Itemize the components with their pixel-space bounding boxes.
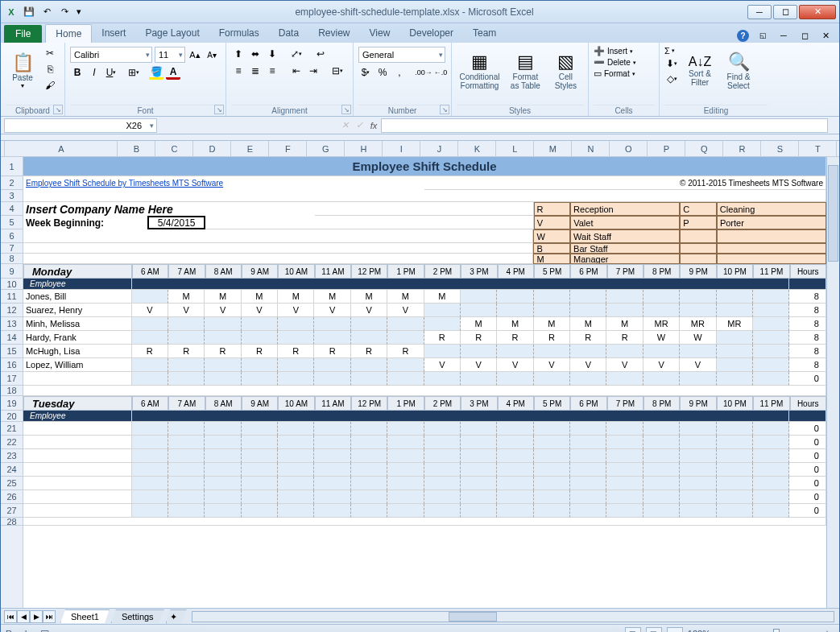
- sheet-nav-last[interactable]: ⏭: [43, 610, 56, 623]
- cell[interactable]: 2 PM: [424, 264, 461, 279]
- cell[interactable]: [606, 463, 643, 477]
- cell[interactable]: [387, 477, 424, 490]
- cell[interactable]: V: [497, 358, 533, 372]
- cell[interactable]: [606, 436, 643, 449]
- cell[interactable]: [424, 422, 461, 436]
- cell[interactable]: [534, 345, 570, 358]
- cell[interactable]: 8: [789, 358, 826, 372]
- cell[interactable]: [461, 304, 497, 317]
- cell[interactable]: [314, 317, 350, 331]
- macro-record-icon[interactable]: ▣: [38, 626, 52, 633]
- col-header-T[interactable]: T: [799, 141, 837, 156]
- cell[interactable]: [606, 372, 643, 386]
- zoom-level[interactable]: 100%: [688, 629, 710, 633]
- cell-styles-button[interactable]: ▧ Cell Styles: [548, 44, 583, 97]
- sort-filter-button[interactable]: A↓Z Sort & Filter: [682, 44, 718, 97]
- cell[interactable]: Manager: [570, 254, 680, 264]
- cell[interactable]: [643, 504, 680, 518]
- cell[interactable]: [132, 477, 168, 490]
- cell[interactable]: [23, 372, 132, 386]
- template-link[interactable]: Employee Shift Schedule by Timesheets MT…: [26, 179, 223, 188]
- cell[interactable]: R: [168, 345, 205, 358]
- sheet-nav-first[interactable]: ⏮: [4, 610, 17, 623]
- cell[interactable]: [23, 518, 826, 526]
- cell[interactable]: [132, 436, 168, 449]
- cell[interactable]: Suarez, Henry: [23, 304, 132, 317]
- zoom-out-button[interactable]: −: [715, 626, 730, 633]
- cell[interactable]: [168, 504, 205, 518]
- cell[interactable]: [497, 504, 533, 518]
- maximize-button[interactable]: ◻: [773, 5, 797, 19]
- cell[interactable]: [314, 504, 350, 518]
- cell[interactable]: [680, 490, 716, 504]
- cell[interactable]: [168, 331, 205, 345]
- cell[interactable]: R: [424, 331, 461, 345]
- cell[interactable]: [497, 372, 533, 386]
- cell[interactable]: [717, 477, 753, 490]
- wrap-text-icon[interactable]: ↩: [313, 47, 328, 61]
- row-header-21[interactable]: 21: [1, 422, 23, 436]
- cell[interactable]: [242, 449, 278, 463]
- cell[interactable]: M: [387, 290, 424, 304]
- cell[interactable]: R: [497, 331, 533, 345]
- cell[interactable]: [424, 490, 461, 504]
- cell[interactable]: V: [387, 304, 424, 317]
- cell[interactable]: [606, 304, 643, 317]
- cell[interactable]: [570, 304, 606, 317]
- cell[interactable]: V: [351, 304, 387, 317]
- cell[interactable]: [351, 463, 387, 477]
- cell[interactable]: M: [424, 290, 461, 304]
- cell[interactable]: [315, 202, 534, 216]
- cell[interactable]: [643, 463, 680, 477]
- cell[interactable]: Week Beginning:: [23, 216, 147, 229]
- cell[interactable]: [278, 477, 314, 490]
- cell[interactable]: Tuesday: [23, 396, 132, 411]
- clear-button[interactable]: ◇▾: [664, 72, 679, 86]
- cell[interactable]: [424, 372, 461, 386]
- cell[interactable]: [753, 304, 789, 317]
- cell[interactable]: MR: [717, 317, 753, 331]
- cell[interactable]: [497, 477, 533, 490]
- cell[interactable]: [132, 290, 168, 304]
- cell[interactable]: [168, 436, 205, 449]
- cell[interactable]: [461, 436, 497, 449]
- cell[interactable]: R: [242, 345, 278, 358]
- row-header-24[interactable]: 24: [1, 463, 23, 477]
- row-header-5[interactable]: 5: [1, 216, 23, 229]
- cell[interactable]: [570, 463, 606, 477]
- cell[interactable]: [680, 229, 717, 243]
- cell[interactable]: [387, 463, 424, 477]
- sheet-tab-sheet1[interactable]: Sheet1: [60, 609, 110, 623]
- bold-button[interactable]: B: [70, 65, 85, 80]
- cell[interactable]: 8: [789, 345, 826, 358]
- font-color-icon[interactable]: A: [166, 65, 180, 80]
- cell[interactable]: [23, 190, 826, 202]
- row-header-15[interactable]: 15: [1, 345, 23, 358]
- cell[interactable]: [680, 304, 716, 317]
- cell[interactable]: R: [534, 331, 570, 345]
- cell[interactable]: R: [314, 345, 350, 358]
- normal-view-button[interactable]: ▦: [625, 627, 641, 633]
- underline-button[interactable]: U▾: [104, 65, 118, 80]
- cell[interactable]: [753, 345, 789, 358]
- increase-decimal-icon[interactable]: .00→: [416, 65, 431, 80]
- cell[interactable]: 11 PM: [753, 264, 789, 279]
- close-button[interactable]: ✕: [799, 5, 836, 19]
- cell[interactable]: R: [461, 331, 497, 345]
- cell[interactable]: 6 PM: [570, 396, 606, 411]
- cell[interactable]: [461, 504, 497, 518]
- cell[interactable]: [242, 477, 278, 490]
- delete-cells-button[interactable]: ➖Delete▾: [594, 57, 636, 68]
- cell[interactable]: [606, 345, 643, 358]
- row-header-12[interactable]: 12: [1, 304, 23, 317]
- redo-icon[interactable]: ↷: [57, 5, 72, 19]
- cell[interactable]: R: [132, 345, 168, 358]
- cell[interactable]: [753, 477, 789, 490]
- cell[interactable]: [534, 436, 570, 449]
- cell[interactable]: [461, 449, 497, 463]
- col-header-A[interactable]: A: [5, 141, 118, 156]
- cell[interactable]: [606, 477, 643, 490]
- col-header-P[interactable]: P: [648, 141, 685, 156]
- cell[interactable]: [132, 372, 168, 386]
- tab-review[interactable]: Review: [308, 24, 359, 43]
